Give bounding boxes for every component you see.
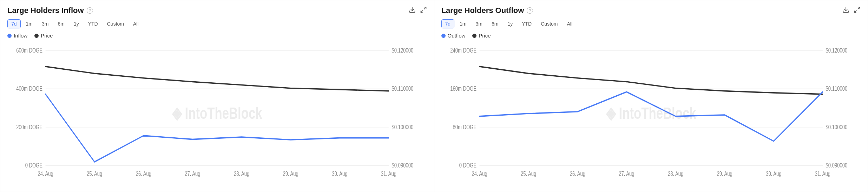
legend-dot-blue <box>441 34 446 38</box>
panel-outflow: Large Holders Outflow?7d1m3m6m1yYTDCusto… <box>434 0 868 192</box>
x-axis-label: 29. Aug <box>717 170 732 177</box>
chart-legend: InflowPrice <box>7 33 427 39</box>
svg-line-2 <box>421 10 423 12</box>
svg-line-1 <box>424 7 426 9</box>
download-button[interactable] <box>842 6 849 15</box>
panel-title-outflow: Large Holders Outflow <box>441 6 524 15</box>
legend-label-primary: Inflow <box>14 33 27 39</box>
time-btn-custom[interactable]: Custom <box>537 19 561 28</box>
x-axis-label: 26. Aug <box>136 170 151 177</box>
y-left-label: 400m DOGE <box>16 85 42 92</box>
y-left-label: 240m DOGE <box>450 47 476 54</box>
svg-line-5 <box>855 10 857 12</box>
x-axis-label: 27. Aug <box>619 170 634 177</box>
x-axis-label: 29. Aug <box>283 170 298 177</box>
time-btn-ytd[interactable]: YTD <box>518 19 535 28</box>
x-axis-label: 27. Aug <box>185 170 200 177</box>
time-btn-1y[interactable]: 1y <box>504 19 517 28</box>
legend-dot-blue <box>7 34 12 38</box>
legend-secondary: Price <box>472 33 491 39</box>
time-btn-6m[interactable]: 6m <box>488 19 502 28</box>
legend-label-secondary: Price <box>41 33 53 39</box>
time-btn-1m[interactable]: 1m <box>456 19 470 28</box>
y-left-label: 600m DOGE <box>16 47 42 54</box>
legend-dot-dark <box>34 34 39 38</box>
chart-legend: OutflowPrice <box>441 33 861 39</box>
chart-area: 240m DOGE160m DOGE80m DOGE0 DOGE$0.12000… <box>441 43 861 186</box>
y-right-label: $0.100000 <box>826 124 847 130</box>
x-axis-label: 24. Aug <box>38 170 53 177</box>
help-icon[interactable]: ? <box>87 7 93 14</box>
x-axis-label: 26. Aug <box>570 170 585 177</box>
y-right-label: $0.090000 <box>826 162 847 169</box>
x-axis-label: 25. Aug <box>521 170 536 177</box>
chart-area: 600m DOGE400m DOGE200m DOGE0 DOGE$0.1200… <box>7 43 427 186</box>
x-axis-label: 28. Aug <box>668 170 683 177</box>
time-btn-ytd[interactable]: YTD <box>84 19 102 28</box>
title-row: Large Holders Outflow? <box>441 6 533 15</box>
x-axis-label: 28. Aug <box>234 170 249 177</box>
panel-header: Large Holders Outflow? <box>441 6 861 15</box>
legend-label-primary: Outflow <box>448 33 466 39</box>
svg-line-4 <box>858 7 860 9</box>
chart-svg: 600m DOGE400m DOGE200m DOGE0 DOGE$0.1200… <box>7 43 427 186</box>
legend-primary: Outflow <box>441 33 466 39</box>
title-row: Large Holders Inflow? <box>7 6 93 15</box>
header-actions <box>842 6 861 15</box>
x-axis-label: 24. Aug <box>472 170 487 177</box>
panel-header: Large Holders Inflow? <box>7 6 427 15</box>
chart-line-dark <box>479 67 822 94</box>
x-axis-label: 30. Aug <box>332 170 347 177</box>
x-axis-label: 30. Aug <box>766 170 781 177</box>
time-controls: 7d1m3m6m1yYTDCustomAll <box>441 19 861 28</box>
time-btn-7d[interactable]: 7d <box>441 19 455 28</box>
legend-secondary: Price <box>34 33 53 39</box>
watermark-text: ◈ IntoTheBlock <box>172 104 262 122</box>
time-btn-3m[interactable]: 3m <box>472 19 486 28</box>
time-btn-all[interactable]: All <box>563 19 576 28</box>
panel-inflow: Large Holders Inflow?7d1m3m6m1yYTDCustom… <box>0 0 434 192</box>
panel-title-inflow: Large Holders Inflow <box>7 6 84 15</box>
legend-label-secondary: Price <box>479 33 491 39</box>
help-icon[interactable]: ? <box>527 7 533 14</box>
y-left-label: 200m DOGE <box>16 124 42 130</box>
x-axis-label: 25. Aug <box>87 170 102 177</box>
watermark-text: ◈ IntoTheBlock <box>606 104 696 122</box>
expand-button[interactable] <box>420 6 427 15</box>
y-left-label: 0 DOGE <box>459 162 476 169</box>
download-button[interactable] <box>409 6 416 15</box>
expand-button[interactable] <box>854 6 861 15</box>
time-btn-1y[interactable]: 1y <box>70 19 83 28</box>
y-left-label: 160m DOGE <box>450 85 476 92</box>
time-btn-custom[interactable]: Custom <box>103 19 128 28</box>
y-right-label: $0.110000 <box>392 85 414 92</box>
chart-line-dark <box>46 67 389 91</box>
y-right-label: $0.090000 <box>392 162 414 169</box>
time-btn-6m[interactable]: 6m <box>54 19 68 28</box>
chart-svg: 240m DOGE160m DOGE80m DOGE0 DOGE$0.12000… <box>441 43 861 186</box>
y-right-label: $0.100000 <box>392 124 414 130</box>
y-right-label: $0.120000 <box>392 47 414 54</box>
time-btn-all[interactable]: All <box>129 19 143 28</box>
legend-dot-dark <box>472 34 476 38</box>
x-axis-label: 31. Aug <box>381 170 396 177</box>
legend-primary: Inflow <box>7 33 27 39</box>
y-right-label: $0.110000 <box>826 85 847 92</box>
time-btn-7d[interactable]: 7d <box>7 19 21 28</box>
time-controls: 7d1m3m6m1yYTDCustomAll <box>7 19 427 28</box>
y-left-label: 80m DOGE <box>453 124 476 130</box>
y-right-label: $0.120000 <box>826 47 847 54</box>
time-btn-3m[interactable]: 3m <box>38 19 52 28</box>
x-axis-label: 31. Aug <box>815 170 830 177</box>
time-btn-1m[interactable]: 1m <box>22 19 37 28</box>
y-left-label: 0 DOGE <box>25 162 42 169</box>
header-actions <box>409 6 427 15</box>
